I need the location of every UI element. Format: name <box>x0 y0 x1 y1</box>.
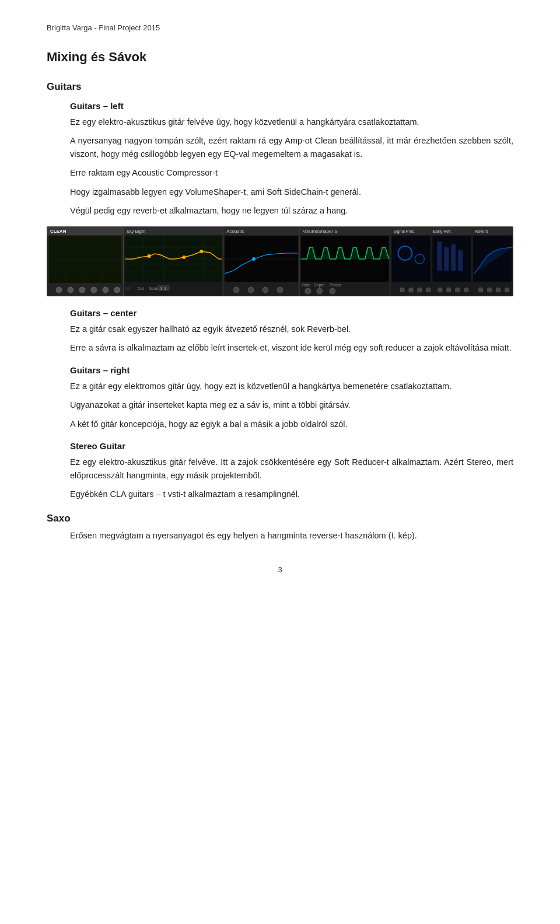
stereo-guitar-title: Stereo Guitar <box>70 441 513 451</box>
svg-point-88 <box>505 288 509 292</box>
main-title: Mixing és Sávok <box>47 50 513 65</box>
svg-point-77 <box>400 288 404 292</box>
svg-point-11 <box>56 287 62 293</box>
svg-point-30 <box>182 256 186 259</box>
guitars-left-title: Guitars – left <box>70 101 513 111</box>
svg-point-82 <box>446 288 451 292</box>
page-number: 3 <box>47 565 513 574</box>
svg-rect-73 <box>437 242 442 271</box>
guitars-right-section: Guitars – right Ez a gitár egy elektromo… <box>70 365 513 430</box>
guitars-left-para3: Erre raktam egy Acoustic Compressor-t <box>70 166 513 179</box>
guitars-right-title: Guitars – right <box>70 365 513 375</box>
svg-point-58 <box>317 288 323 294</box>
svg-point-13 <box>79 287 85 293</box>
svg-point-79 <box>417 288 422 292</box>
svg-point-84 <box>464 288 468 292</box>
guitars-right-para3: A két fő gitár koncepciója, hogy az egiy… <box>70 418 513 430</box>
guitars-left-para2: A nyersanyag nagyon tompán szólt, ezért … <box>70 134 513 160</box>
svg-point-44 <box>233 287 239 293</box>
guitars-section-heading: Guitars <box>47 81 513 93</box>
svg-text:Reverb: Reverb <box>475 229 488 233</box>
guitars-left-section: Guitars – left Ez egy elektro-akusztikus… <box>70 101 513 218</box>
saxo-title: Saxo <box>47 513 513 524</box>
guitars-center-section: Guitars – center Ez a gitár csak egyszer… <box>70 308 513 355</box>
svg-rect-76 <box>458 250 463 271</box>
svg-point-83 <box>455 288 460 292</box>
guitars-center-title: Guitars – center <box>70 308 513 318</box>
svg-point-47 <box>277 287 283 293</box>
svg-text:Depth: Depth <box>314 283 325 288</box>
svg-point-16 <box>114 287 120 293</box>
svg-text:Phase: Phase <box>330 283 341 287</box>
svg-point-12 <box>68 287 74 293</box>
guitars-center-para1: Ez a gitár csak egyszer hallható az egyi… <box>70 323 513 335</box>
svg-point-15 <box>103 287 108 293</box>
svg-point-87 <box>496 288 501 292</box>
saxo-para1: Erősen megvágtam a nyersanyagot és egy h… <box>70 529 513 542</box>
svg-text:VolumeShaper S: VolumeShaper S <box>303 229 338 234</box>
svg-text:Acoustic: Acoustic <box>226 229 244 234</box>
svg-point-86 <box>487 288 492 292</box>
svg-text:In: In <box>127 286 130 290</box>
svg-text:Rate: Rate <box>302 283 311 287</box>
svg-point-80 <box>426 288 430 292</box>
svg-text:Out: Out <box>138 286 144 290</box>
svg-point-81 <box>438 288 442 292</box>
guitars-center-para2: Erre a sávra is alkalmaztam az előbb leí… <box>70 341 513 354</box>
stereo-guitar-section: Stereo Guitar Ez egy elektro-akusztikus … <box>70 441 513 501</box>
svg-point-29 <box>148 254 151 258</box>
svg-text:CLEAN: CLEAN <box>50 229 66 234</box>
svg-rect-75 <box>451 244 456 271</box>
document-header: Brigitta Varga - Final Project 2015 <box>47 23 513 32</box>
stereo-guitar-combined: Ez egy elektro-akusztikus gitár felvéve.… <box>70 456 513 482</box>
guitars-right-para1: Ez a gitár egy elektromos gitár úgy, hog… <box>70 380 513 393</box>
svg-text:EQ Eight: EQ Eight <box>127 229 146 234</box>
svg-point-45 <box>248 287 254 293</box>
saxo-section: Saxo Erősen megvágtam a nyersanyagot és … <box>47 513 513 542</box>
svg-point-14 <box>91 287 97 293</box>
svg-text:Early Refl.: Early Refl. <box>433 229 452 234</box>
guitars-left-para1: Ez egy elektro-akusztikus gitár felvéve … <box>70 116 513 128</box>
svg-text:-3.4: -3.4 <box>159 286 166 290</box>
svg-point-57 <box>305 288 311 294</box>
guitars-right-para2: Ugyanazokat a gitár inserteket kapta meg… <box>70 398 513 411</box>
svg-point-78 <box>408 288 413 292</box>
svg-point-43 <box>252 257 256 261</box>
svg-rect-74 <box>444 247 449 271</box>
stereo-guitar-para4: Egyébkén CLA guitars – t vsti-t alkalmaz… <box>70 488 513 501</box>
svg-text:Signal Proc.: Signal Proc. <box>394 229 416 234</box>
svg-point-85 <box>478 288 483 292</box>
guitars-left-para4: Hogy izgalmasabb legyen egy VolumeShaper… <box>70 186 513 198</box>
svg-point-59 <box>330 288 335 294</box>
plugin-screenshot: CLEAN EQ Eight <box>47 226 513 296</box>
guitars-left-para5: Végül pedig egy reverb-et alkalmaztam, h… <box>70 204 513 217</box>
svg-point-31 <box>200 250 203 253</box>
svg-text:Scale: Scale <box>149 286 160 290</box>
svg-point-46 <box>262 287 268 293</box>
